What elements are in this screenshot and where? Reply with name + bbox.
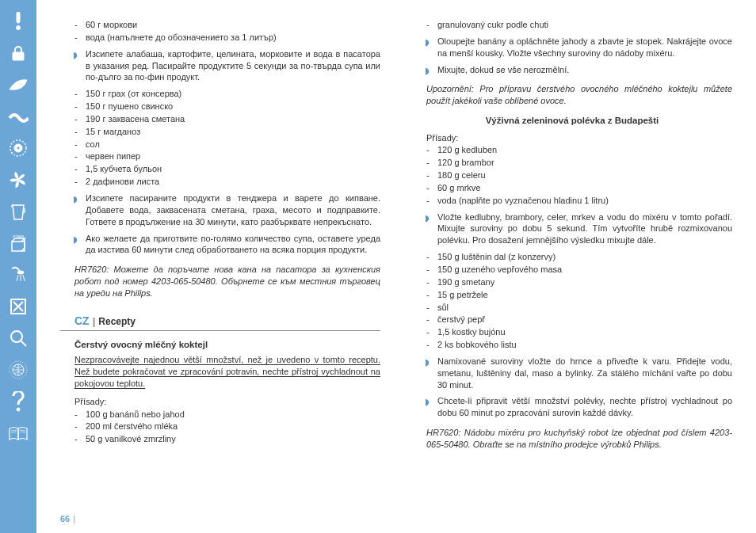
ingredient: čerstvý pepř xyxy=(412,314,732,326)
ingredient: сол xyxy=(60,139,380,150)
ingredient: 1,5 кубчета бульон xyxy=(60,163,380,175)
ingredient: voda (naplňte po vyznačenou hladinu 1 li… xyxy=(412,195,732,207)
svg-line-23 xyxy=(20,432,25,432)
storage-icon: STORAGE xyxy=(0,228,36,258)
ingredient: вода (напълнете до обозначението за 1 ли… xyxy=(60,32,380,44)
ingredient: 1,5 kostky bujónu xyxy=(412,326,732,338)
ingredient: 60 г моркови xyxy=(60,19,380,31)
shower-icon xyxy=(0,260,36,290)
wave-icon xyxy=(0,101,36,131)
separator: | xyxy=(93,315,96,327)
page-number: 66| xyxy=(60,514,75,523)
magnify-icon xyxy=(0,323,36,353)
left-column: 60 г моркови вода (напълнете до обозначе… xyxy=(60,19,380,486)
ingredient: 190 g smetany xyxy=(412,276,732,288)
sub-label: Přísady: xyxy=(60,396,380,408)
step: Ако желаете да приготвите по-голямо коли… xyxy=(60,233,380,257)
right-column: granulovaný cukr podle chuti Oloupejte b… xyxy=(412,19,732,486)
fan-icon xyxy=(0,165,36,195)
svg-point-15 xyxy=(11,331,22,342)
step: Chcete-li připravit větší množství polév… xyxy=(412,395,732,419)
svg-point-1 xyxy=(17,26,21,30)
ingredient: 180 g celeru xyxy=(412,169,732,181)
svg-rect-2 xyxy=(13,52,24,60)
recipe-title: Výživná zeleninová polévka z Budapešti xyxy=(412,115,732,128)
recipe-title: Čerstvý ovocný mléčný koktejl xyxy=(60,339,380,352)
ingredient: 150 g uzeného vepřového masa xyxy=(412,264,732,276)
xbox-icon xyxy=(0,291,36,322)
step: Изсипете алабаша, картофите, целината, м… xyxy=(60,48,380,84)
ingredient: 150 g luštěnin dal (z konzervy) xyxy=(412,251,732,263)
step: Mixujte, dokud se vše nerozmělní. xyxy=(412,64,732,76)
sub-label: Přísady: xyxy=(412,132,732,144)
lang-code: CZ xyxy=(74,314,90,327)
svg-point-19 xyxy=(17,408,20,411)
exclaim-icon xyxy=(0,6,36,36)
jug-icon xyxy=(0,196,36,227)
sidebar: STORAGE xyxy=(0,0,36,533)
step: Namixované suroviny vložte do hrnce a př… xyxy=(412,356,732,391)
ingredient: 200 ml čerstvého mléka xyxy=(60,421,380,432)
book-icon xyxy=(0,418,36,448)
svg-point-8 xyxy=(17,271,24,274)
svg-line-16 xyxy=(21,341,26,346)
question-icon xyxy=(0,386,36,417)
ingredient: 2 ks bobkového listu xyxy=(412,339,732,351)
ingredient: 60 g mrkve xyxy=(412,182,732,194)
svg-line-21 xyxy=(11,432,17,432)
svg-point-5 xyxy=(17,147,20,150)
ingredient: 100 g banánů nebo jahod xyxy=(60,409,380,421)
ingredient: 15 g petržele xyxy=(412,289,732,301)
svg-line-22 xyxy=(20,430,25,431)
leaf-icon xyxy=(0,70,36,100)
ingredient: 190 г заквасена сметана xyxy=(60,113,380,125)
ingredient: 120 g kedluben xyxy=(412,144,732,156)
lock-icon xyxy=(0,38,36,68)
svg-rect-0 xyxy=(17,12,20,23)
ingredient: 150 г пушено свинско xyxy=(60,101,380,112)
note: Upozornění: Pro přípravu čerstvého ovocn… xyxy=(412,83,732,107)
step: Oloupejte banány a opláchněte jahody a z… xyxy=(412,36,732,59)
ingredient: granulovaný cukr podle chuti xyxy=(412,19,732,31)
section-header: CZ|Recepty xyxy=(60,314,380,331)
columns: 60 г моркови вода (напълнете до обозначе… xyxy=(60,19,732,486)
ingredient: 2 дафинови листа xyxy=(60,176,380,188)
step: Vložte kedlubny, brambory, celer, mrkev … xyxy=(412,211,732,247)
ingredient: 150 г грах (от консерва) xyxy=(60,88,380,100)
section-title: Recepty xyxy=(98,316,136,327)
note: HR7620: Можете да поръчате нова кана на … xyxy=(60,264,380,299)
ingredient: 120 g brambor xyxy=(412,157,732,169)
page-content: 60 г моркови вода (напълнете до обозначе… xyxy=(36,0,756,533)
note: HR7620: Nádobu mixéru pro kuchyňský robo… xyxy=(412,427,732,451)
ingredient: червен пипер xyxy=(60,150,380,162)
step: Изсипете пасираните продукти в тенджера … xyxy=(60,192,380,228)
page-num-value: 66 xyxy=(60,514,70,523)
svg-text:STORAGE: STORAGE xyxy=(13,235,25,238)
ingredient: sůl xyxy=(412,302,732,314)
svg-line-9 xyxy=(17,275,18,281)
recipe-intro: Nezpracovávejte najednou větší množství,… xyxy=(60,354,380,390)
ingredient: 15 г магданоз xyxy=(60,126,380,138)
svg-line-20 xyxy=(11,430,17,431)
record-icon xyxy=(0,133,36,163)
svg-line-11 xyxy=(23,275,25,281)
ingredient: 50 g vanilkové zmrzliny xyxy=(60,433,380,445)
globe-icon xyxy=(0,355,36,385)
